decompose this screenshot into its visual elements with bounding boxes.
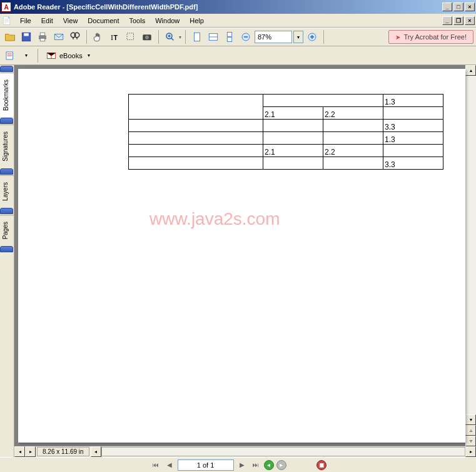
scroll-up-button[interactable]: ▴ (465, 65, 476, 76)
review-dropdown[interactable]: ▾ (19, 48, 34, 63)
sidebar-tab-bookmarks[interactable]: Bookmarks (0, 73, 14, 117)
doc-restore-button[interactable]: ❐ (453, 16, 463, 25)
doc-close-button[interactable]: × (465, 16, 475, 25)
close-button[interactable]: × (465, 3, 475, 11)
hscroll-track-right[interactable]: ▸ (465, 446, 476, 457)
minimize-button[interactable]: _ (442, 3, 452, 11)
zoom-dropdown[interactable]: ▾ (293, 31, 303, 43)
table-row: 1.3 (129, 95, 443, 107)
hand-tool[interactable] (91, 29, 106, 44)
menu-edit[interactable]: Edit (36, 16, 58, 26)
svg-rect-13 (195, 33, 200, 41)
last-page-button[interactable]: ⏭ (250, 459, 261, 471)
sidebar-tab-layers[interactable]: Layers (0, 175, 14, 207)
ebooks-label: eBooks (59, 52, 83, 59)
zoom-in-button[interactable] (163, 29, 178, 44)
table-row: 1.3 (129, 132, 443, 145)
scroll-down-button[interactable]: ▾ (465, 414, 476, 425)
pdf-table: 1.3 2.1 2.2 3.3 1.3 (128, 94, 443, 170)
watermark: www.java2s.com (149, 209, 280, 229)
save-button[interactable] (19, 29, 34, 44)
vertical-scrollbar[interactable]: ▴ ▾ ▵ ▿ (465, 65, 476, 446)
ebooks-button[interactable]: eBooks ▾ (42, 49, 94, 63)
svg-rect-16 (227, 38, 232, 42)
menubar: 📄 File Edit View Document Tools Window H… (0, 14, 476, 28)
table-row: 3.3 (129, 120, 443, 132)
sidebar-cap-bottom (0, 246, 13, 252)
email-button[interactable] (51, 29, 66, 44)
table-row: 2.1 2.2 (129, 145, 443, 157)
forward-button[interactable]: ▸ (276, 460, 286, 470)
page-dimensions: 8.26 x 11.69 in (37, 447, 89, 456)
pdf-page[interactable]: 1.3 2.1 2.2 3.3 1.3 (18, 69, 465, 443)
svg-rect-3 (40, 33, 45, 36)
doc-icon: 📄 (1, 16, 11, 26)
document-area: 1.3 2.1 2.2 3.3 1.3 (14, 65, 476, 457)
print-button[interactable] (35, 29, 50, 44)
menu-help[interactable]: Help (185, 16, 209, 26)
maximize-button[interactable]: □ (453, 3, 463, 11)
hscroll-track[interactable] (101, 447, 465, 456)
hscroll-left-button[interactable]: ◂ (14, 446, 25, 457)
fit-width-button[interactable] (206, 29, 221, 44)
fit-page-button[interactable] (190, 29, 205, 44)
sidebar-tab-pages[interactable]: Pages (0, 215, 14, 245)
sidebar-cap (0, 168, 13, 175)
menu-document[interactable]: Document (83, 16, 124, 26)
menu-view[interactable]: View (58, 16, 83, 26)
menu-file[interactable]: File (15, 16, 36, 26)
doc-minimize-button[interactable]: _ (442, 16, 452, 25)
titlebar: A Adobe Reader - [SpecificCellWithDiffer… (0, 0, 476, 14)
zoom-out-button[interactable] (238, 29, 253, 44)
svg-text:T: T (114, 34, 118, 41)
statusbar: ⏮ ◀ 1 of 1 ▶ ⏭ ◂ ▸ ◼ (0, 457, 476, 472)
first-page-button[interactable]: ⏮ (150, 459, 161, 471)
menu-tools[interactable]: Tools (124, 16, 151, 26)
scroll-page-down[interactable]: ▿ (465, 436, 476, 446)
title-text: Adobe Reader - [SpecificCellWithDifferen… (14, 3, 442, 11)
svg-rect-9 (127, 33, 134, 40)
svg-rect-4 (40, 38, 45, 41)
sidebar-cap-top (0, 66, 13, 72)
secondary-toolbar: ▾ eBooks ▾ (0, 46, 476, 65)
next-page-button[interactable]: ▶ (236, 459, 248, 471)
zoom-input[interactable]: 87% (255, 31, 292, 43)
hscroll-right-button[interactable]: ▸ (25, 446, 36, 457)
review-button[interactable] (3, 48, 18, 63)
sidebar-cap (0, 208, 13, 214)
main-area: Bookmarks Signatures Layers Pages 1.3 2.… (0, 65, 476, 457)
sidebar: Bookmarks Signatures Layers Pages (0, 65, 14, 457)
scroll-page-up[interactable]: ▵ (465, 425, 476, 436)
page-indicator[interactable]: 1 of 1 (178, 459, 234, 471)
sidebar-tab-signatures[interactable]: Signatures (0, 125, 14, 168)
table-row: 3.3 (129, 157, 443, 170)
menu-window[interactable]: Window (150, 16, 185, 26)
hscroll-track-left[interactable]: ◂ (91, 446, 101, 457)
zoom-plus-button[interactable] (305, 29, 320, 44)
search-button[interactable] (68, 29, 83, 44)
open-button[interactable] (3, 29, 18, 44)
back-button[interactable]: ◂ (264, 460, 274, 470)
stop-button[interactable]: ◼ (316, 460, 327, 470)
prev-page-button[interactable]: ◀ (164, 459, 175, 471)
select-tool[interactable] (123, 29, 138, 44)
svg-rect-15 (227, 33, 232, 37)
main-toolbar: IT ▾ 87% ▾ Try Acrobat for Free! (0, 28, 476, 46)
svg-rect-1 (24, 33, 29, 36)
svg-point-11 (145, 36, 149, 39)
app-icon: A (1, 2, 11, 12)
snapshot-tool[interactable] (139, 29, 154, 44)
svg-text:I: I (111, 33, 113, 42)
sidebar-cap (0, 118, 13, 124)
promo-button[interactable]: Try Acrobat for Free! (388, 30, 473, 44)
text-select-tool[interactable]: IT (107, 29, 122, 44)
horizontal-scroll-row: ◂ ▸ 8.26 x 11.69 in ◂ ▸ (14, 446, 476, 457)
continuous-button[interactable] (222, 29, 237, 44)
